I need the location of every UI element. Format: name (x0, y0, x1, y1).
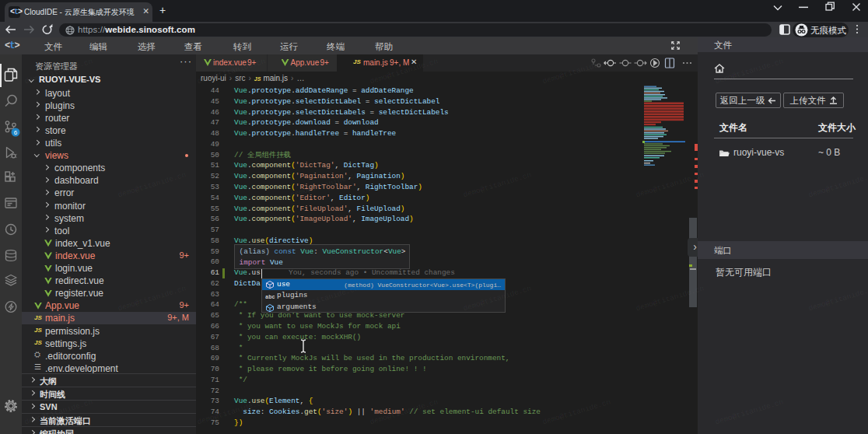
svg-text:6: 6 (14, 129, 18, 136)
